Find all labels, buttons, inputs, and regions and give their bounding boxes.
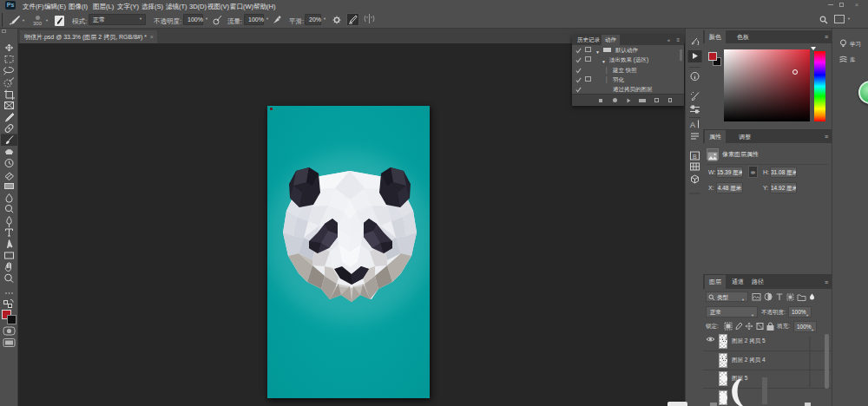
svg-text:B: B [693,154,697,160]
svg-text:A: A [690,121,695,129]
